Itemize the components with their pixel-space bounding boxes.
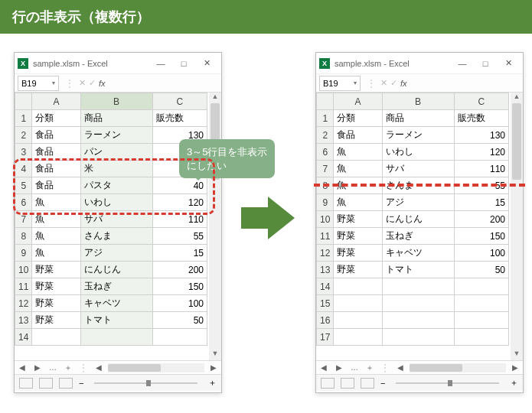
cell[interactable]	[454, 329, 508, 346]
table-row[interactable]: 12野菜キャベツ100	[15, 295, 207, 312]
cell[interactable]: 商品	[382, 110, 454, 127]
table-row[interactable]: 13野菜トマト50	[317, 262, 509, 278]
maximize-button[interactable]: □	[172, 56, 195, 71]
table-row[interactable]: 7魚サバ110	[15, 211, 207, 228]
cell[interactable]: 分類	[334, 110, 382, 127]
cell[interactable]: キャベツ	[382, 245, 454, 262]
table-row[interactable]: 9魚アジ15	[317, 194, 509, 211]
spreadsheet-grid[interactable]: ABC1分類商品販売数2食品ラーメン1303食品パン804食品米605食品パスタ…	[15, 93, 207, 346]
chevron-down-icon[interactable]: ▾	[354, 80, 357, 86]
sheet-prev-icon[interactable]: ◀	[316, 363, 331, 372]
select-all-cell[interactable]	[317, 93, 334, 110]
cancel-formula-icon[interactable]: ✕	[79, 78, 86, 88]
horizontal-scrollbar[interactable]	[108, 363, 204, 372]
cell[interactable]: 野菜	[334, 211, 382, 228]
cell[interactable]: 100	[454, 245, 508, 262]
cell[interactable]: 15	[152, 245, 207, 262]
vertical-scrollbar[interactable]: ▲ ▼	[511, 93, 523, 360]
row-header-9[interactable]: 9	[15, 245, 32, 262]
cell[interactable]: いわし	[80, 194, 152, 211]
cell[interactable]: サバ	[80, 211, 152, 228]
cell[interactable]: 野菜	[334, 228, 382, 245]
column-header-C[interactable]: C	[454, 93, 508, 110]
table-row[interactable]: 2食品ラーメン130	[317, 127, 509, 144]
cell[interactable]: 食品	[32, 161, 80, 177]
zoom-in-button[interactable]: ＋	[510, 377, 518, 389]
cell[interactable]: 200	[152, 262, 207, 278]
row-header-10[interactable]: 10	[15, 262, 32, 278]
cell[interactable]: 魚	[32, 228, 80, 245]
view-normal-icon[interactable]	[321, 378, 335, 389]
row-header-2[interactable]: 2	[317, 127, 334, 144]
cell[interactable]: いわし	[382, 144, 454, 161]
close-button[interactable]: ✕	[195, 56, 218, 71]
view-layout-icon[interactable]	[39, 378, 53, 389]
cell[interactable]: 野菜	[32, 278, 80, 295]
zoom-in-button[interactable]: ＋	[208, 377, 217, 389]
close-button[interactable]: ✕	[497, 56, 520, 71]
hscroll-right-icon[interactable]: ▶	[508, 363, 523, 372]
row-header-10[interactable]: 10	[317, 211, 334, 228]
cell[interactable]: ラーメン	[80, 127, 152, 144]
hscroll-right-icon[interactable]: ▶	[206, 363, 221, 372]
table-row[interactable]: 13野菜トマト50	[15, 312, 207, 329]
cell[interactable]: 100	[152, 295, 207, 312]
cell[interactable]: パン	[80, 144, 152, 161]
cell[interactable]: 魚	[334, 144, 382, 161]
cell[interactable]: 食品	[32, 177, 80, 194]
view-break-icon[interactable]	[59, 378, 73, 389]
cell[interactable]: ラーメン	[382, 127, 454, 144]
cell[interactable]: 120	[152, 194, 207, 211]
cell[interactable]	[334, 312, 382, 329]
cell[interactable]: 野菜	[32, 312, 80, 329]
cell[interactable]	[334, 295, 382, 312]
row-header-11[interactable]: 11	[15, 278, 32, 295]
column-header-A[interactable]: A	[32, 93, 80, 110]
zoom-slider[interactable]	[396, 382, 499, 384]
scroll-thumb[interactable]	[512, 103, 521, 180]
cell[interactable]: 野菜	[32, 295, 80, 312]
cell[interactable]: 魚	[32, 194, 80, 211]
cell[interactable]: 野菜	[334, 262, 382, 278]
horizontal-scrollbar[interactable]	[410, 363, 506, 372]
table-row[interactable]: 12野菜キャベツ100	[317, 245, 509, 262]
cell[interactable]	[32, 329, 80, 346]
table-row[interactable]: 14	[15, 329, 207, 346]
cell[interactable]: トマト	[382, 262, 454, 278]
row-header-13[interactable]: 13	[317, 262, 334, 278]
cell[interactable]: キャベツ	[80, 295, 152, 312]
cell[interactable]: 50	[152, 312, 207, 329]
row-header-7[interactable]: 7	[317, 161, 334, 177]
table-row[interactable]: 10野菜にんじん200	[15, 262, 207, 278]
view-normal-icon[interactable]	[19, 378, 33, 389]
cell[interactable]: 販売数	[152, 110, 207, 127]
cell[interactable]: 商品	[80, 110, 152, 127]
cell[interactable]: 販売数	[454, 110, 508, 127]
table-row[interactable]: 8魚さんま55	[317, 177, 509, 194]
row-header-14[interactable]: 14	[15, 329, 32, 346]
cell[interactable]: 食品	[32, 144, 80, 161]
cell[interactable]: アジ	[80, 245, 152, 262]
cell[interactable]: さんま	[80, 228, 152, 245]
column-header-A[interactable]: A	[334, 93, 382, 110]
cell[interactable]: 分類	[32, 110, 80, 127]
cell[interactable]: パスタ	[80, 177, 152, 194]
cell[interactable]: 玉ねぎ	[382, 228, 454, 245]
minimize-button[interactable]: —	[451, 56, 474, 71]
row-header-8[interactable]: 8	[317, 177, 334, 194]
cell[interactable]	[382, 312, 454, 329]
column-header-B[interactable]: B	[80, 93, 152, 110]
table-row[interactable]: 15	[317, 295, 509, 312]
cell[interactable]: 魚	[334, 161, 382, 177]
table-row[interactable]: 1分類商品販売数	[317, 110, 509, 127]
cancel-formula-icon[interactable]: ✕	[380, 78, 387, 88]
table-row[interactable]: 11野菜玉ねぎ150	[317, 228, 509, 245]
scroll-up-icon[interactable]: ▲	[212, 93, 219, 103]
cell[interactable]: 食品	[334, 127, 382, 144]
cell[interactable]: 魚	[32, 211, 80, 228]
table-row[interactable]: 1分類商品販売数	[15, 110, 207, 127]
scroll-down-icon[interactable]: ▼	[212, 350, 219, 360]
spreadsheet-grid[interactable]: ABC1分類商品販売数2食品ラーメン1306魚いわし1207魚サバ1108魚さん…	[316, 93, 509, 346]
row-header-16[interactable]: 16	[317, 312, 334, 329]
sheet-add-icon[interactable]: ＋	[362, 363, 377, 373]
